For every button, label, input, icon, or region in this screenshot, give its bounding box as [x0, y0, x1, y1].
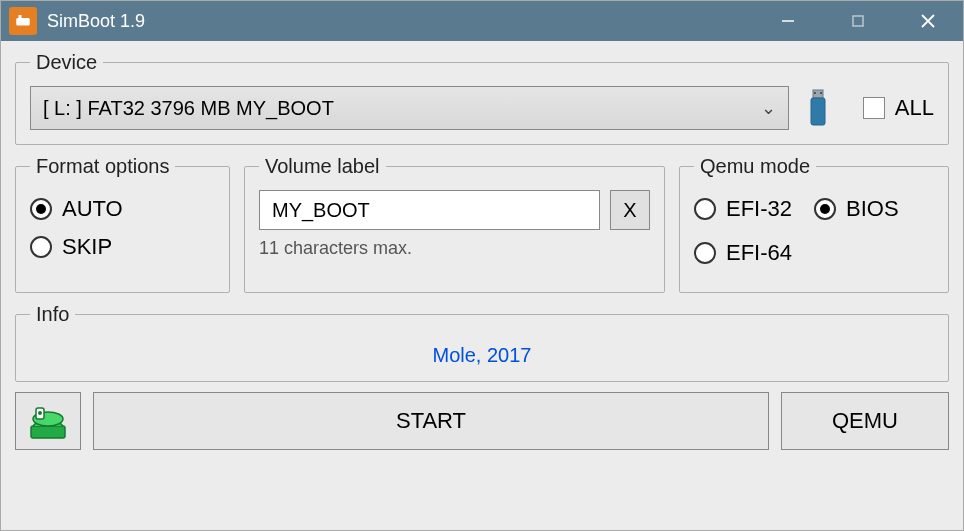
radio-icon — [30, 236, 52, 258]
info-legend: Info — [30, 303, 75, 326]
qemu-efi32-label: EFI-32 — [726, 196, 792, 222]
volume-label-group: Volume label X 11 characters max. — [244, 155, 665, 293]
volume-label-input[interactable] — [259, 190, 600, 230]
svg-rect-3 — [853, 16, 863, 26]
all-label: ALL — [895, 95, 934, 121]
app-icon — [9, 7, 37, 35]
minimize-button[interactable] — [753, 1, 823, 41]
svg-rect-10 — [31, 426, 65, 438]
client-area: Device [ L: ] FAT32 3796 MB MY_BOOT ⌄ AL… — [1, 41, 963, 530]
qemu-button[interactable]: QEMU — [781, 392, 949, 450]
bottom-bar: START QEMU — [15, 392, 949, 450]
device-group: Device [ L: ] FAT32 3796 MB MY_BOOT ⌄ AL… — [15, 51, 949, 145]
close-button[interactable] — [893, 1, 963, 41]
device-dropdown-value: [ L: ] FAT32 3796 MB MY_BOOT — [43, 97, 334, 120]
svg-rect-9 — [820, 92, 822, 94]
svg-rect-0 — [16, 18, 30, 26]
info-text: Mole, 2017 — [30, 338, 934, 371]
svg-rect-1 — [19, 15, 22, 18]
all-checkbox-wrapper: ALL — [863, 95, 934, 121]
svg-rect-8 — [814, 92, 816, 94]
device-legend: Device — [30, 51, 103, 74]
volume-label-hint: 11 characters max. — [259, 238, 650, 259]
format-auto-label: AUTO — [62, 196, 123, 222]
svg-rect-7 — [811, 98, 825, 125]
radio-icon — [814, 198, 836, 220]
info-group: Info Mole, 2017 — [15, 303, 949, 382]
svg-point-13 — [38, 411, 42, 415]
format-skip-label: SKIP — [62, 234, 112, 260]
qemu-mode-group: Qemu mode EFI-32 BIOS EFI-64 — [679, 155, 949, 293]
format-options-group: Format options AUTO SKIP — [15, 155, 230, 293]
volume-label-legend: Volume label — [259, 155, 386, 178]
maximize-button[interactable] — [823, 1, 893, 41]
qemu-bios-radio[interactable]: BIOS — [814, 196, 934, 222]
window-controls — [753, 1, 963, 41]
qemu-efi32-radio[interactable]: EFI-32 — [694, 196, 814, 222]
radio-icon — [694, 242, 716, 264]
chevron-down-icon: ⌄ — [761, 97, 776, 119]
format-auto-radio[interactable]: AUTO — [30, 196, 215, 222]
qemu-mode-legend: Qemu mode — [694, 155, 816, 178]
qemu-efi64-radio[interactable]: EFI-64 — [694, 240, 814, 266]
qemu-efi64-label: EFI-64 — [726, 240, 792, 266]
radio-icon — [694, 198, 716, 220]
titlebar: SimBoot 1.9 — [1, 1, 963, 41]
volume-clear-button[interactable]: X — [610, 190, 650, 230]
window-title: SimBoot 1.9 — [47, 11, 145, 32]
format-options-legend: Format options — [30, 155, 175, 178]
all-checkbox[interactable] — [863, 97, 885, 119]
app-window: SimBoot 1.9 Device [ L: ] FAT32 3796 MB … — [0, 0, 964, 531]
format-skip-radio[interactable]: SKIP — [30, 234, 215, 260]
disk-icon-button[interactable] — [15, 392, 81, 450]
radio-icon — [30, 198, 52, 220]
qemu-bios-label: BIOS — [846, 196, 899, 222]
device-dropdown[interactable]: [ L: ] FAT32 3796 MB MY_BOOT ⌄ — [30, 86, 789, 130]
usb-icon — [803, 86, 833, 130]
start-button[interactable]: START — [93, 392, 769, 450]
